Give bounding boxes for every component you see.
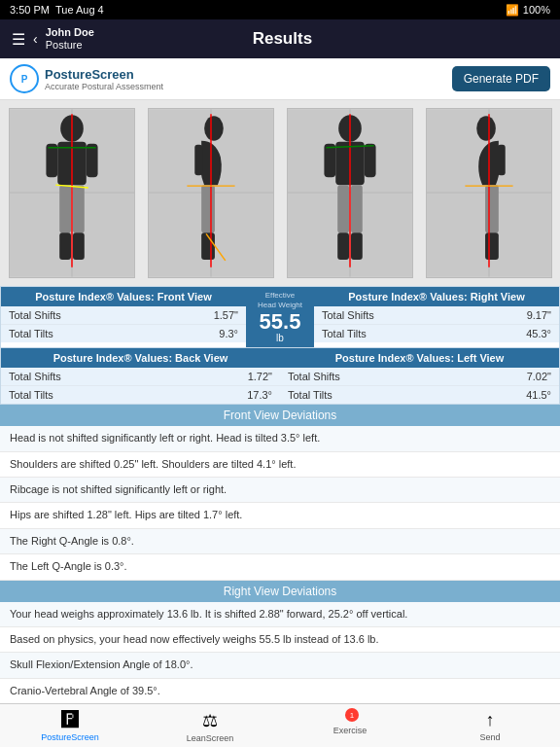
- posture-screen-icon: 🅿: [61, 710, 79, 730]
- status-time: 3:50 PM: [10, 4, 50, 16]
- right-dev-0: Your head weighs approximately 13.6 lb. …: [0, 602, 560, 627]
- head-weight-box: EffectiveHead Weight 55.5 lb: [246, 287, 314, 347]
- pose-side-right: [426, 108, 552, 278]
- svg-rect-33: [337, 232, 349, 260]
- logo-text: PostureScreen: [45, 67, 163, 82]
- tab-lean-screen[interactable]: ⚖ LeanScreen: [181, 710, 239, 743]
- user-info: John Doe Posture: [46, 26, 94, 52]
- head-weight-value: 55.5: [260, 311, 301, 333]
- generate-pdf-button[interactable]: Generate PDF: [452, 66, 550, 91]
- front-shifts-value: 1.57": [214, 309, 238, 321]
- header-logo-bar: P PostureScreen Accurate Postural Assess…: [0, 58, 560, 100]
- back-tilts-label: Total Tilts: [9, 389, 53, 401]
- pose-side-left: [148, 108, 274, 278]
- right-shifts-label: Total Shifts: [322, 309, 374, 321]
- pose-front: [9, 108, 135, 278]
- hamburger-menu[interactable]: ☰: [12, 30, 25, 49]
- left-shifts-label: Total Shifts: [288, 371, 340, 382]
- tab-posture-label: PostureScreen: [41, 732, 99, 742]
- svg-rect-31: [337, 185, 349, 232]
- front-dev-1: Shoulders are shifted 0.25" left. Should…: [0, 452, 560, 478]
- tab-send-label: Send: [479, 732, 500, 742]
- front-stats: Posture Index® Values: Front View Total …: [1, 287, 246, 347]
- svg-rect-32: [350, 185, 362, 232]
- tab-posture-screen[interactable]: 🅿 PostureScreen: [41, 710, 99, 743]
- front-tilts-label: Total Tilts: [9, 328, 53, 339]
- right-dev-1: Based on physics, your head now effectiv…: [0, 627, 560, 653]
- pose-back: [287, 108, 413, 278]
- battery-status: 100%: [523, 4, 550, 16]
- tab-exercise-label: Exercise: [333, 726, 368, 735]
- status-bar: 3:50 PM Tue Aug 4 📶 100%: [0, 0, 560, 19]
- svg-rect-9: [59, 232, 71, 260]
- right-dev-2: Skull Flexion/Extension Angle of 18.0°.: [0, 653, 560, 678]
- back-button[interactable]: ‹: [33, 31, 38, 47]
- svg-rect-6: [86, 144, 97, 177]
- lean-screen-icon: ⚖: [202, 710, 218, 731]
- logo-area: P PostureScreen Accurate Postural Assess…: [10, 64, 163, 93]
- left-tilts-label: Total Tilts: [288, 389, 332, 401]
- stats-section: Posture Index® Values: Front View Total …: [0, 286, 560, 405]
- tab-send[interactable]: ↑ Send: [461, 710, 519, 743]
- exercise-badge: 1: [345, 708, 359, 722]
- head-weight-unit: lb: [276, 333, 284, 343]
- bottom-tabs: 🅿 PostureScreen ⚖ LeanScreen ❤ 1 Exercis…: [0, 703, 560, 747]
- front-dev-5: The Left Q-Angle is 0.3°.: [0, 554, 560, 580]
- user-sub: Posture: [46, 39, 94, 52]
- right-stats: Posture Index® Values: Right View Total …: [314, 287, 559, 347]
- wifi-icon: 📶: [506, 4, 519, 17]
- left-stats-header: Posture Index® Values: Left View: [280, 348, 559, 368]
- svg-rect-43: [485, 232, 499, 260]
- left-shifts-value: 7.02": [527, 371, 551, 382]
- svg-rect-10: [72, 232, 84, 260]
- status-date: Tue Aug 4: [55, 4, 104, 16]
- svg-point-40: [476, 116, 496, 141]
- front-dev-4: The Right Q-Angle is 0.8°.: [0, 529, 560, 554]
- pose-images-area: [0, 100, 560, 286]
- left-stats: Posture Index® Values: Left View Total S…: [280, 348, 559, 404]
- back-shifts-label: Total Shifts: [9, 371, 61, 382]
- front-shifts-label: Total Shifts: [9, 309, 61, 321]
- left-tilts-value: 41.5°: [526, 389, 551, 401]
- right-tilts-label: Total Tilts: [322, 328, 367, 339]
- back-tilts-value: 17.3°: [247, 389, 272, 401]
- front-dev-0: Head is not shifted significantly left o…: [0, 426, 560, 451]
- svg-rect-29: [324, 144, 335, 177]
- svg-point-17: [204, 116, 224, 141]
- svg-rect-5: [46, 144, 57, 177]
- nav-title: Results: [94, 29, 471, 49]
- svg-rect-41: [497, 145, 505, 176]
- back-shifts-value: 1.72": [248, 371, 272, 382]
- send-icon: ↑: [486, 710, 495, 730]
- svg-rect-34: [350, 232, 362, 260]
- front-deviations-header: Front View Deviations: [0, 405, 560, 426]
- tab-exercise[interactable]: ❤ 1 Exercise: [321, 710, 379, 743]
- logo-sub: Accurate Postural Assessment: [45, 82, 163, 91]
- svg-rect-42: [485, 185, 499, 232]
- front-deviations: Front View Deviations Head is not shifte…: [0, 405, 560, 580]
- right-tilts-value: 45.3°: [526, 328, 551, 339]
- front-stats-header: Posture Index® Values: Front View: [1, 287, 246, 306]
- svg-rect-8: [72, 185, 84, 232]
- front-tilts-value: 9.3°: [219, 328, 238, 339]
- right-shifts-value: 9.17": [527, 309, 551, 321]
- front-dev-3: Hips are shifted 1.28" left. Hips are ti…: [0, 503, 560, 528]
- front-dev-2: Ribcage is not shifted significantly lef…: [0, 478, 560, 503]
- right-stats-header: Posture Index® Values: Right View: [314, 287, 559, 306]
- right-deviations-header: Right View Deviations: [0, 581, 560, 602]
- svg-rect-18: [194, 145, 202, 176]
- svg-rect-19: [201, 185, 215, 232]
- back-stats: Posture Index® Values: Back View Total S…: [1, 348, 280, 404]
- svg-rect-7: [59, 185, 71, 232]
- back-stats-header: Posture Index® Values: Back View: [1, 348, 280, 368]
- logo-icon: P: [10, 64, 39, 93]
- content-scroll: Posture Index® Values: Front View Total …: [0, 100, 560, 747]
- tab-lean-label: LeanScreen: [187, 733, 234, 743]
- right-dev-3: Cranio-Vertebral Angle of 39.5°.: [0, 679, 560, 704]
- nav-bar: ☰ ‹ John Doe Posture Results: [0, 19, 560, 58]
- user-name: John Doe: [46, 26, 94, 39]
- svg-rect-30: [364, 144, 375, 177]
